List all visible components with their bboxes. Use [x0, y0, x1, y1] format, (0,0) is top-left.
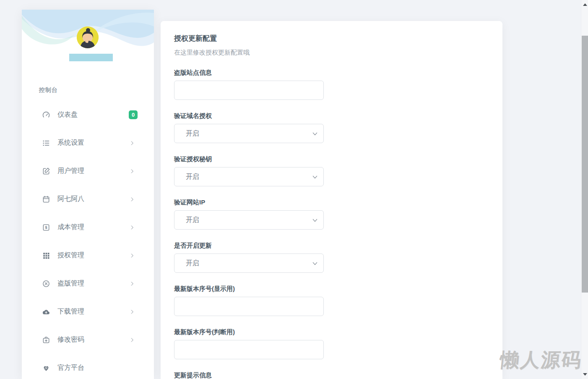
- form-group-update-message: 更新提示信息: [174, 371, 489, 379]
- sidebar-item-label: 阿七阿八: [57, 195, 84, 204]
- briefcase-plus-icon: [42, 336, 50, 344]
- scroll-down-arrow-icon[interactable]: [583, 373, 587, 376]
- auth-update-config-panel: 授权更新配置 在这里修改授权更新配置哦 盗版站点信息 验证域名授权 开启 验证授…: [161, 21, 502, 379]
- select-value: 开启: [186, 173, 199, 181]
- sidebar-item-label: 官方平台: [57, 363, 84, 372]
- sidebar-item-label: 成本管理: [57, 223, 84, 232]
- chevron-right-icon: [129, 309, 135, 315]
- update-enabled-select[interactable]: 开启: [174, 254, 324, 273]
- form-group-version-check: 最新版本序号(判断用): [174, 328, 489, 359]
- sidebar-item-license-management[interactable]: 授权管理: [22, 241, 154, 269]
- chevron-down-icon: [312, 217, 318, 224]
- field-label: 验证授权秘钥: [174, 155, 489, 163]
- chevron-right-icon: [129, 253, 135, 259]
- field-label: 更新提示信息: [174, 371, 489, 379]
- calendar-icon: [42, 195, 50, 204]
- page-subtitle: 在这里修改授权更新配置哦: [174, 49, 489, 57]
- field-label: 最新版本序号(显示用): [174, 285, 489, 293]
- form-group-pirate-site-info: 盗版站点信息: [174, 68, 489, 100]
- chevron-right-icon: [129, 140, 135, 146]
- scroll-up-arrow-icon[interactable]: [583, 3, 587, 6]
- circle-x-icon: [42, 280, 50, 288]
- sidebar-menu: 仪表盘 0 系统设置 用户管理: [22, 101, 154, 379]
- sidebar-item-cost-management[interactable]: $ 成本管理: [22, 213, 154, 241]
- form-group-site-ip: 验证网站IP 开启: [174, 198, 489, 230]
- form-group-version-display: 最新版本序号(显示用): [174, 285, 489, 316]
- sidebar: 控制台 仪表盘 0 系统设置: [22, 10, 154, 379]
- form-group-license-key: 验证授权秘钥 开启: [174, 155, 489, 186]
- grid-icon: [42, 251, 50, 260]
- menu-section-label: 控制台: [39, 86, 58, 94]
- handshake-icon: [42, 364, 50, 372]
- pirate-site-info-input[interactable]: [174, 81, 324, 100]
- sidebar-item-piracy-management[interactable]: 盗版管理: [22, 269, 154, 298]
- page-title: 授权更新配置: [174, 34, 489, 43]
- chevron-down-icon: [312, 260, 318, 267]
- version-check-input[interactable]: [174, 340, 324, 359]
- sidebar-item-label: 用户管理: [57, 167, 84, 175]
- version-display-input[interactable]: [174, 297, 324, 316]
- cloud-download-icon: [42, 308, 50, 316]
- chevron-down-icon: [312, 131, 318, 137]
- chevron-right-icon: [129, 225, 135, 230]
- money-icon: $: [42, 223, 50, 232]
- license-key-select[interactable]: 开启: [174, 167, 324, 186]
- sidebar-item-label: 盗版管理: [57, 279, 84, 288]
- domain-auth-select[interactable]: 开启: [174, 124, 324, 143]
- file-edit-icon: [42, 167, 50, 175]
- chevron-right-icon: [129, 196, 135, 202]
- chevron-down-icon: [312, 174, 318, 180]
- sidebar-item-system-settings[interactable]: 系统设置: [22, 129, 154, 157]
- form-group-update-enabled: 是否开启更新 开启: [174, 241, 489, 273]
- chevron-right-icon: [129, 337, 135, 343]
- scrollbar-thumb[interactable]: [582, 36, 588, 293]
- select-value: 开启: [186, 216, 199, 225]
- site-ip-select[interactable]: 开启: [174, 210, 324, 230]
- field-label: 验证域名授权: [174, 112, 489, 120]
- svg-text:$: $: [45, 225, 47, 230]
- avatar[interactable]: [77, 26, 99, 48]
- dashboard-count-badge: 0: [129, 110, 138, 119]
- sidebar-item-label: 系统设置: [57, 139, 84, 147]
- list-icon: [42, 139, 50, 147]
- admin-page: 控制台 仪表盘 0 系统设置: [0, 0, 588, 379]
- vertical-scrollbar[interactable]: [581, 0, 588, 379]
- sidebar-item-label: 仪表盘: [57, 110, 78, 119]
- field-label: 最新版本序号(判断用): [174, 328, 489, 336]
- sidebar-item-change-password[interactable]: 修改密码: [22, 326, 154, 354]
- watermark-text: 懒人源码: [499, 347, 584, 373]
- field-label: 验证网站IP: [174, 198, 489, 206]
- field-label: 是否开启更新: [174, 241, 489, 249]
- sidebar-item-label: 修改密码: [57, 335, 84, 344]
- select-value: 开启: [186, 129, 199, 138]
- sidebar-item-official-platform[interactable]: 官方平台: [22, 354, 154, 379]
- select-value: 开启: [186, 259, 199, 268]
- field-label: 盗版站点信息: [174, 68, 489, 76]
- sidebar-item-aqi-aba[interactable]: 阿七阿八: [22, 185, 154, 213]
- sidebar-item-download-management[interactable]: 下载管理: [22, 298, 154, 326]
- form-group-domain-auth: 验证域名授权 开启: [174, 112, 489, 143]
- chevron-right-icon: [129, 281, 135, 287]
- chevron-right-icon: [129, 168, 135, 174]
- sidebar-item-label: 下载管理: [57, 307, 84, 316]
- sidebar-item-dashboard[interactable]: 仪表盘 0: [22, 101, 154, 129]
- sidebar-item-user-management[interactable]: 用户管理: [22, 157, 154, 185]
- sidebar-item-label: 授权管理: [57, 251, 84, 260]
- username-redacted: [69, 54, 113, 61]
- gauge-icon: [42, 111, 50, 119]
